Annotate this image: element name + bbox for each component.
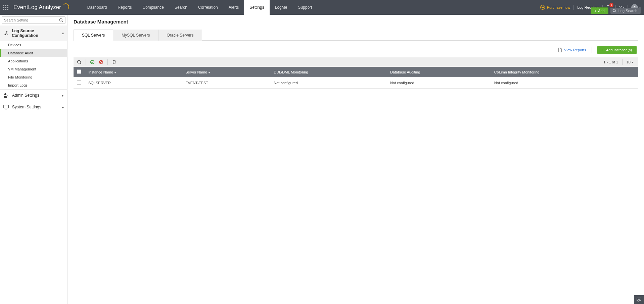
column-header[interactable]: Column Integrity Monitoring <box>491 67 638 77</box>
cell-server: EVENT-TEST <box>182 77 270 89</box>
cart-icon <box>540 5 545 10</box>
cell-col: Not configured <box>491 77 638 89</box>
table-toolbar: 1 - 1 of 1 10 ▾ <box>74 57 638 67</box>
sort-icon: ▾ <box>114 71 116 74</box>
document-icon <box>558 48 562 52</box>
sort-icon: ▾ <box>209 71 210 74</box>
log-search-label: Log Search <box>618 9 637 13</box>
notification-badge: 4 <box>609 3 613 7</box>
select-all-checkbox[interactable] <box>77 69 81 74</box>
monitor-icon <box>3 104 9 110</box>
svg-line-2 <box>615 11 616 12</box>
nav-settings[interactable]: Settings <box>244 0 269 15</box>
db-tabs: SQL ServersMySQL ServersOracle Servers <box>74 29 638 41</box>
sidebar-section-admin[interactable]: Admin Settings ▸ <box>0 90 67 101</box>
separator <box>592 47 592 53</box>
block-circle-icon <box>99 60 103 64</box>
disable-button[interactable] <box>99 60 103 64</box>
chevron-down-icon: ▾ <box>62 32 64 35</box>
main-nav: DashboardReportsComplianceSearchCorrelat… <box>82 0 318 15</box>
delete-button[interactable] <box>112 60 117 64</box>
sidebar-item-import-logs[interactable]: Import Logs <box>0 81 67 89</box>
page-size-value: 10 <box>627 60 631 64</box>
tab-oracle-servers[interactable]: Oracle Servers <box>158 30 202 41</box>
chevron-right-icon: ▸ <box>62 105 64 109</box>
chat-icon <box>636 297 642 302</box>
tab-sql-servers[interactable]: SQL Servers <box>74 30 113 41</box>
column-header[interactable]: Server Name▾ <box>182 67 270 77</box>
sidebar-item-applications[interactable]: Applications <box>0 57 67 65</box>
log-search-button[interactable]: Log Search <box>610 8 641 14</box>
nav-reports[interactable]: Reports <box>112 0 137 15</box>
logo-swoosh-icon <box>62 3 69 10</box>
search-icon <box>612 9 616 13</box>
page-size-select[interactable]: 10 ▾ <box>622 59 635 65</box>
sidebar-item-devices[interactable]: Devices <box>0 41 67 49</box>
user-gear-icon <box>3 93 9 98</box>
table-row: SQLSERVEREVENT-TESTNot configuredNot con… <box>74 77 638 89</box>
page-title: Database Management <box>74 19 638 24</box>
sidebar-section-system[interactable]: System Settings ▸ <box>0 101 67 113</box>
row-checkbox[interactable] <box>77 80 81 85</box>
search-icon <box>77 60 82 64</box>
nav-support[interactable]: Support <box>292 0 317 15</box>
search-setting-input[interactable] <box>2 16 65 24</box>
purchase-link[interactable]: Purchase now <box>540 5 570 10</box>
enable-button[interactable] <box>90 60 95 64</box>
svg-point-1 <box>613 9 615 12</box>
add-instance-label: Add Instance(s) <box>606 48 632 52</box>
nav-alerts[interactable]: Alerts <box>223 0 244 15</box>
trash-icon <box>112 60 117 64</box>
column-header[interactable]: DDL/DML Monitoring <box>270 67 387 77</box>
plus-icon: + <box>602 48 604 52</box>
nav-compliance[interactable]: Compliance <box>137 0 169 15</box>
cell-audit: Not configured <box>387 77 491 89</box>
sidebar-section-log-source[interactable]: Log Source Configuration ▾ <box>0 26 67 41</box>
cell-instance: SQLSERVER <box>85 77 182 89</box>
sidebar-section-label: System Settings <box>12 105 41 109</box>
nav-search[interactable]: Search <box>169 0 193 15</box>
column-header[interactable]: Database Auditing <box>387 67 491 77</box>
nav-logme[interactable]: LogMe <box>270 0 293 15</box>
svg-point-9 <box>78 60 81 63</box>
add-instance-button[interactable]: + Add Instance(s) <box>597 46 637 54</box>
column-header[interactable]: Instance Name▾ <box>85 67 182 77</box>
global-add-button[interactable]: + Add <box>591 7 608 14</box>
main-content: Database Management SQL ServersMySQL Ser… <box>67 15 644 304</box>
view-reports-label: View Reports <box>564 48 586 52</box>
tools-icon <box>3 31 8 36</box>
svg-line-13 <box>100 61 102 63</box>
chat-button[interactable] <box>634 295 644 304</box>
table-search-button[interactable] <box>77 60 82 64</box>
svg-line-4 <box>62 21 63 22</box>
instances-table: Instance Name▾Server Name▾DDL/DML Monito… <box>74 67 638 89</box>
settings-sidebar: Log Source Configuration ▾ DevicesDataba… <box>0 15 67 304</box>
cell-ddl: Not configured <box>270 77 387 89</box>
pager-text: 1 - 1 of 1 <box>603 60 618 64</box>
chevron-down-icon: ▾ <box>632 61 633 64</box>
sidebar-item-database-audit[interactable]: Database Audit <box>0 49 67 57</box>
view-reports-link[interactable]: View Reports <box>558 48 586 52</box>
tab-mysql-servers[interactable]: MySQL Servers <box>113 30 158 41</box>
sidebar-item-vm-management[interactable]: VM Management <box>0 65 67 73</box>
svg-point-3 <box>60 19 62 21</box>
product-logo[interactable]: EventLog Analyzer <box>11 0 75 15</box>
svg-line-10 <box>80 63 82 64</box>
check-circle-icon <box>90 60 95 64</box>
svg-rect-7 <box>4 105 8 108</box>
plus-icon: + <box>594 9 596 13</box>
svg-point-5 <box>4 93 6 95</box>
nav-correlation[interactable]: Correlation <box>193 0 223 15</box>
svg-point-6 <box>7 96 8 97</box>
app-launcher-icon[interactable] <box>0 0 11 15</box>
chevron-right-icon: ▸ <box>62 94 64 97</box>
product-name: EventLog Analyzer <box>13 4 61 11</box>
sidebar-item-file-monitoring[interactable]: File Monitoring <box>0 73 67 81</box>
sidebar-section-label: Admin Settings <box>12 93 39 98</box>
purchase-label: Purchase now <box>547 5 570 9</box>
nav-dashboard[interactable]: Dashboard <box>82 0 112 15</box>
sidebar-section-label: Log Source Configuration <box>12 29 59 38</box>
add-button-label: Add <box>598 9 605 13</box>
search-icon[interactable] <box>59 18 63 22</box>
